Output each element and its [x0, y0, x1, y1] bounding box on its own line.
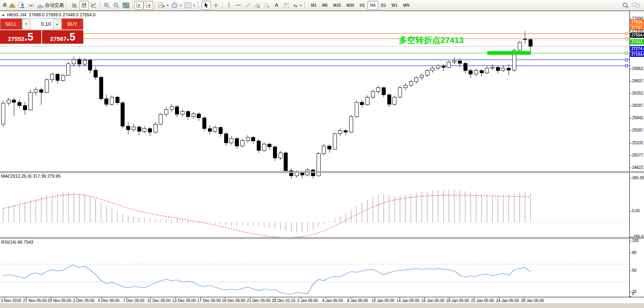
time-axis-label: 28 Dec 01:15 — [272, 298, 296, 303]
one-click-panel-toggle-icon[interactable]: ▲ — [2, 13, 5, 17]
main-chart-canvas[interactable] — [0, 22, 629, 182]
volume-input[interactable] — [31, 19, 53, 29]
hat-icon — [37, 2, 44, 8]
timeframe-w1-button[interactable]: W1 — [389, 1, 400, 10]
timeframe-d1-button[interactable]: D1 — [378, 1, 389, 10]
buy-button[interactable]: BUY — [62, 18, 84, 30]
pivot-zone-highlight[interactable] — [487, 51, 531, 55]
indicators-caret-icon[interactable]: ▼ — [166, 4, 169, 7]
text-tool-button[interactable]: A — [272, 1, 281, 10]
toolbar-drag-handle[interactable] — [66, 2, 68, 9]
timeframe-bar: M1M5M15M30H1H4D1W1MN — [308, 1, 412, 10]
timeframe-mn-button[interactable]: MN — [400, 1, 412, 10]
rsi-value: 66.7543 — [17, 240, 33, 244]
macd-indicator-label: MACD(12,26,9) 317.99 279.95 — [1, 174, 61, 178]
sell-price-frac: .5 — [25, 32, 34, 43]
time-axis-label: 18 Jan 05:00 — [446, 298, 469, 303]
vertical-line-tool-button[interactable] — [224, 1, 234, 10]
chat-icon[interactable] — [631, 1, 641, 10]
text-label-tool-button[interactable]: T — [281, 1, 291, 10]
indicators-button[interactable]: ▼ — [157, 1, 170, 10]
timeframe-m30-button[interactable]: M30 — [344, 1, 357, 10]
rsi-axis-tick — [630, 292, 631, 292]
chart-symbol-period: HK50-,H4 — [7, 12, 26, 17]
search-icon[interactable] — [621, 1, 631, 10]
new-order-button-partial[interactable]: 单 — [2, 2, 7, 9]
time-axis-label: 5 Dec 05:00 — [98, 298, 119, 303]
zoom-out-button[interactable] — [111, 1, 121, 10]
volume-increase-button[interactable]: ▲ — [53, 19, 62, 29]
templates-caret-icon[interactable]: ▼ — [193, 4, 196, 7]
timeframe-m1-button[interactable]: M1 — [308, 1, 319, 10]
volume-decrease-button[interactable]: ▼ — [22, 19, 31, 29]
pane-splitter-macd[interactable] — [0, 171, 644, 173]
horizontal-line-tool-button[interactable] — [234, 1, 243, 10]
time-axis-label: 10 Jan 05:00 — [371, 298, 394, 303]
time-axis[interactable]: 3 Nov 201827 Nov 05:0029 Nov 05:003 Dec … — [0, 297, 644, 303]
broadcast-icon[interactable] — [26, 1, 36, 10]
chart-title: ▲ HK50-,H4 27688.0 27699.5 27449.5 27554… — [2, 12, 96, 17]
main-axis-tick — [630, 93, 631, 94]
macd-name: MACD(12,26,9) — [1, 174, 31, 178]
toolbar-drag-handle[interactable] — [198, 2, 200, 9]
main-axis-tick — [630, 130, 631, 131]
time-axis-label: 17 Dec 05:00 — [197, 298, 221, 303]
sell-price-button[interactable]: 27552 .5 — [0, 30, 41, 44]
templates-button[interactable]: ▼ — [183, 1, 197, 10]
candlestick-mode-button[interactable] — [79, 1, 89, 10]
macd-axis-tick — [630, 178, 631, 178]
time-axis-label: 13 Dec 05:00 — [172, 298, 196, 303]
trendline-tool-button[interactable] — [243, 1, 253, 10]
chart-shift-button[interactable] — [144, 1, 153, 10]
level-anchor — [625, 52, 628, 54]
gold-bars-icon[interactable] — [7, 1, 17, 10]
price-badge-27818.3: 27818.3 — [630, 19, 644, 25]
time-axis-label: 29 Nov 05:00 — [48, 298, 71, 303]
periods-caret-icon[interactable]: ▼ — [179, 4, 182, 7]
level-anchor — [625, 38, 628, 40]
channel-tool-button[interactable]: E — [253, 1, 262, 10]
main-axis-tick-label: 25587.5 — [632, 128, 644, 132]
time-axis-label: 3 Nov 2018 — [1, 298, 21, 303]
line-chart-mode-button[interactable] — [89, 1, 98, 10]
cursor-tool-button[interactable] — [202, 1, 211, 10]
volume-control: ▼ ▲ — [22, 18, 62, 30]
timeframe-m15-button[interactable]: M15 — [331, 1, 344, 10]
price-axis[interactable]: 27890.027635.027380.027125.026862.526607… — [629, 11, 644, 303]
bar-chart-mode-button[interactable] — [70, 1, 79, 10]
time-axis-label: 4 Jan 05:00 — [322, 298, 343, 303]
autotrading-button[interactable]: 自动交易 — [36, 1, 65, 10]
tile-windows-button[interactable] — [121, 1, 131, 10]
rsi-axis-tick-label: 0 — [632, 292, 634, 296]
arrows-caret-icon[interactable]: ▼ — [300, 4, 302, 7]
main-axis-tick-label: 25332.5 — [632, 141, 644, 145]
time-axis-label: 21 Dec 05:00 — [247, 298, 271, 303]
time-axis-label: 16 Jan 05:00 — [421, 298, 444, 303]
level-anchor — [625, 32, 628, 35]
rsi-line — [3, 265, 531, 294]
pane-splitter-rsi[interactable] — [0, 237, 644, 239]
time-axis-label: 27 Nov 05:00 — [23, 298, 47, 303]
main-axis-tick-label: 26352.5 — [632, 91, 644, 95]
periods-button[interactable]: ▼ — [170, 1, 183, 10]
timeframe-h1-button[interactable]: H1 — [357, 1, 367, 10]
main-axis-tick-label: 26607.5 — [632, 79, 644, 83]
contact-icon[interactable] — [17, 1, 26, 10]
timeframe-h4-button[interactable]: H4 — [367, 1, 378, 10]
sell-button[interactable]: SELL — [0, 18, 22, 30]
rsi-name: RSI(14) — [1, 240, 16, 244]
level-anchor — [625, 45, 628, 48]
rsi-axis-tick-label: 50 — [632, 268, 636, 273]
zoom-in-button[interactable] — [102, 1, 111, 10]
window-bottom-strip — [0, 303, 644, 308]
auto-scroll-button[interactable] — [134, 1, 144, 10]
toolbar-drag-handle[interactable] — [304, 2, 307, 9]
arrows-tool-button[interactable]: ▼ — [291, 1, 304, 10]
level-anchor — [625, 59, 628, 61]
crosshair-tool-button[interactable] — [211, 1, 221, 10]
timeframe-m5-button[interactable]: M5 — [319, 1, 331, 10]
price-badge-27413.7: 27413.7 — [630, 39, 644, 45]
svg-text:E: E — [258, 6, 260, 8]
fibonacci-tool-button[interactable]: F — [262, 1, 272, 10]
buy-price-button[interactable]: 27567 .5 — [42, 30, 83, 44]
